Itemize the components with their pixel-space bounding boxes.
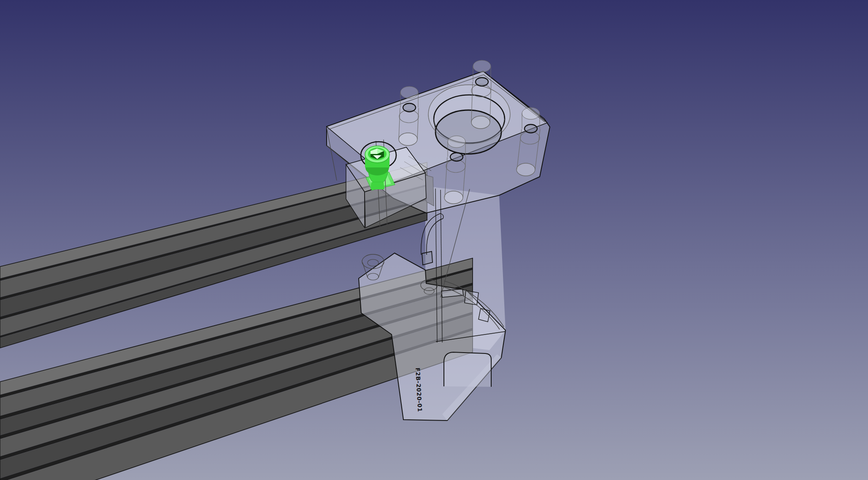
screw-hole[interactable]: [476, 78, 488, 86]
web-square-hole[interactable]: [422, 251, 433, 265]
screw-hole[interactable]: [450, 153, 463, 161]
viewport-canvas[interactable]: F2B-2020-01: [0, 0, 868, 480]
screw-hole[interactable]: [403, 103, 416, 112]
screw-hole[interactable]: [525, 124, 537, 133]
foot-arch-cutout[interactable]: [444, 352, 491, 387]
cad-3d-viewport[interactable]: F2B-2020-01: [0, 0, 868, 480]
screw-shank[interactable]: [370, 182, 384, 189]
motor-pilot-hole[interactable]: [435, 110, 501, 154]
